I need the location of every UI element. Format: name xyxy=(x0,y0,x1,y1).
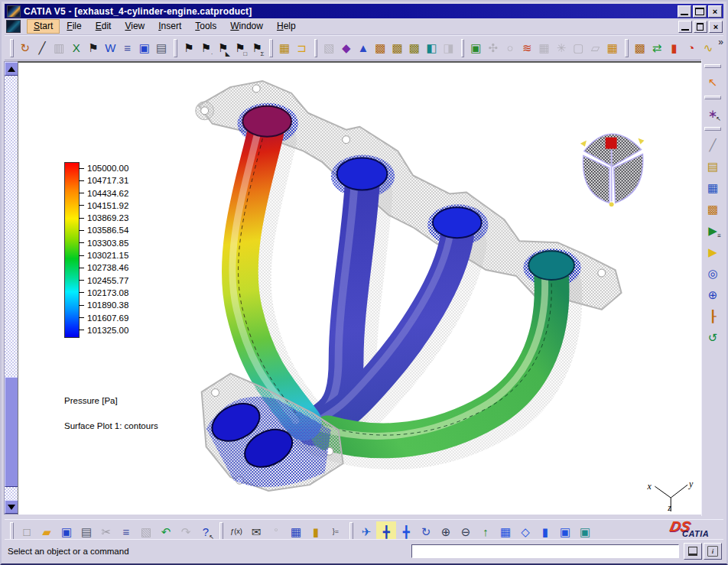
menu-view[interactable]: View xyxy=(118,19,151,34)
grid-domain-button[interactable]: ▦ xyxy=(604,38,621,58)
power-input-icon xyxy=(688,547,697,556)
sensor-plot-button[interactable]: ∿ xyxy=(700,38,717,58)
3d-viewport[interactable]: x y z 105000.00104717.31104434.62104151.… xyxy=(18,61,702,515)
print-analysis-button[interactable]: ▤ xyxy=(153,38,170,58)
mesh-box-1-button[interactable]: ▩ xyxy=(372,38,388,58)
maximize-button[interactable] xyxy=(693,5,707,18)
toolbar-handle[interactable] xyxy=(174,39,177,57)
analysis-case-button[interactable]: ⚑ xyxy=(180,38,197,58)
select-tools-button[interactable]: ∗↖ xyxy=(703,103,723,123)
legend-tick-label: 104151.92 xyxy=(87,201,128,210)
export-excel-button[interactable]: X xyxy=(67,38,84,58)
image-zoom-button[interactable]: ⊕ xyxy=(703,284,723,304)
analysis-case-sum-button[interactable]: ⚑Σ xyxy=(249,38,265,58)
3d-compass[interactable] xyxy=(580,134,645,206)
toolbar-handle[interactable] xyxy=(10,39,14,57)
toolbar-handle[interactable] xyxy=(10,522,14,541)
knowledge-swirl-button[interactable]: ↺ xyxy=(703,327,723,347)
mdi-minimize-button[interactable] xyxy=(678,21,692,33)
mesh-part-button[interactable]: ▦ xyxy=(276,38,293,58)
toolbar-handle[interactable] xyxy=(349,522,353,541)
design-table-icon: }= xyxy=(333,528,339,535)
boundary-mesh-button[interactable]: ≋ xyxy=(518,38,535,58)
menu-insert[interactable]: Insert xyxy=(151,19,188,34)
save-analysis-button[interactable]: ▣ xyxy=(136,38,153,58)
close-button[interactable]: × xyxy=(708,5,722,18)
dim-lamp-button[interactable]: ○ xyxy=(502,38,518,58)
analysis-case-probe-button[interactable]: ⚑◣ xyxy=(215,38,232,58)
timer-button[interactable]: ◔ xyxy=(683,38,700,58)
update-button[interactable]: ↻ xyxy=(17,38,34,58)
lock-body-button[interactable]: ▣ xyxy=(467,38,484,58)
toolbar-handle[interactable] xyxy=(269,39,273,57)
visu-dim-button[interactable]: ▧ xyxy=(320,38,337,58)
compute-checklist-button[interactable]: ▶≡ xyxy=(703,220,723,240)
dim-grill-button[interactable]: ▦ xyxy=(535,38,552,58)
legend-tick-mark xyxy=(79,255,84,256)
toolbar-handle[interactable] xyxy=(461,39,465,57)
toolbar-handle[interactable] xyxy=(219,522,223,541)
menu-file[interactable]: File xyxy=(60,19,88,34)
scrollbar-thumb[interactable] xyxy=(5,377,18,487)
status-message: Select an object or a command xyxy=(8,547,411,556)
select-arrow-button[interactable]: ↖ xyxy=(703,72,723,92)
dim-fan-button[interactable]: ✣ xyxy=(485,38,502,58)
toolbar-handle[interactable] xyxy=(704,127,721,131)
toolbar-handle[interactable] xyxy=(314,39,318,57)
power-input-button[interactable] xyxy=(684,543,702,560)
menu-edit[interactable]: Edit xyxy=(89,19,119,34)
scroll-down-button[interactable] xyxy=(5,500,18,514)
import-mesh-button[interactable]: ⊐ xyxy=(293,38,310,58)
source-point-button[interactable]: ▲ xyxy=(355,38,372,58)
toolbar-handle[interactable] xyxy=(704,64,721,68)
minimize-button[interactable] xyxy=(678,5,691,18)
doc-info-button[interactable]: i xyxy=(704,543,722,560)
report-window-button[interactable]: ▦ xyxy=(703,177,723,197)
dim-plane-button[interactable]: ▱ xyxy=(587,38,603,58)
run-analysis-button[interactable]: ▶ xyxy=(703,242,723,261)
toolbar-handle[interactable] xyxy=(625,39,629,57)
mdi-restore-button[interactable] xyxy=(694,21,707,33)
dim-box-button[interactable]: ▢ xyxy=(570,38,587,58)
knowledge-swirl-icon: ↺ xyxy=(708,332,718,343)
grid-cube-button[interactable]: ▩ xyxy=(703,199,723,219)
update-mesh-button[interactable]: ⇄ xyxy=(648,38,665,58)
menu-tools[interactable]: Tools xyxy=(188,19,223,34)
scroll-up-button[interactable] xyxy=(5,62,18,76)
analysis-case-point-button[interactable]: ⚑· xyxy=(197,38,214,58)
toolbar-overflow-chevron[interactable]: » xyxy=(718,36,723,47)
structure-tree-button[interactable]: ┠ xyxy=(703,306,723,326)
menu-window[interactable]: Window xyxy=(223,19,270,34)
ruler-button[interactable]: ▮ xyxy=(665,38,682,58)
manage-views-button[interactable]: ▥ xyxy=(50,38,67,58)
source-solid-button[interactable]: ◆ xyxy=(338,38,355,58)
status-bar: Select an object or a command i xyxy=(5,539,723,562)
menu-start[interactable]: Start xyxy=(27,19,60,34)
mesh-spec-button[interactable]: ▩ xyxy=(632,38,648,58)
compass-free-rotation-handle[interactable] xyxy=(606,138,617,149)
copy-results-button[interactable]: ≡ xyxy=(119,38,135,58)
legend-tick-row: 102738.46 xyxy=(79,263,128,272)
dim-part-button[interactable]: ◨ xyxy=(440,38,457,58)
annotations-button[interactable]: ▤ xyxy=(703,156,723,176)
legend-tick-mark xyxy=(79,305,84,306)
eyedropper-button[interactable]: ╱ xyxy=(34,38,50,58)
image-visu-button[interactable]: ◎ xyxy=(703,263,723,283)
grid-cube-icon: ▩ xyxy=(707,203,718,215)
export-word-button[interactable]: W xyxy=(102,38,119,58)
mesh-box-3-button[interactable]: ▩ xyxy=(406,38,423,58)
analysis-case-solid-button[interactable]: ⚑□ xyxy=(232,38,249,58)
legend-tick-mark xyxy=(79,280,84,281)
command-input[interactable] xyxy=(411,544,679,558)
mdi-close-button[interactable]: × xyxy=(709,21,723,33)
dim-rotor-button[interactable]: ✳ xyxy=(553,38,570,58)
fit-all-in-icon: ╋ xyxy=(382,526,389,537)
menu-help[interactable]: Help xyxy=(270,19,303,34)
vertical-scrollbar[interactable] xyxy=(4,61,19,515)
measure-wand-button[interactable]: ╱ xyxy=(703,135,723,154)
part-cube-button[interactable]: ◧ xyxy=(423,38,440,58)
analysis-excel-button[interactable]: ⚑ xyxy=(85,38,102,58)
toolbar-handle[interactable] xyxy=(704,96,721,99)
mesh-box-2-button[interactable]: ▩ xyxy=(388,38,405,58)
dim-grill-icon: ▦ xyxy=(539,42,550,54)
